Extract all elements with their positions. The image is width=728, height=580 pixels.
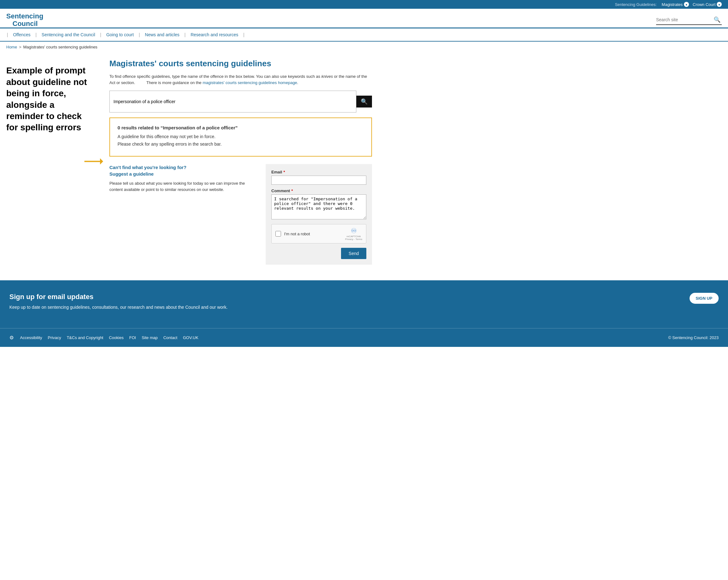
search-button[interactable]: 🔍 bbox=[712, 16, 722, 23]
nav-research[interactable]: Research and resources bbox=[186, 28, 243, 41]
captcha-checkbox[interactable] bbox=[276, 231, 281, 237]
magistrates-icon: ● bbox=[684, 2, 689, 7]
intro-italic: knives bbox=[321, 74, 333, 79]
main-nav: | Offences | Sentencing and the Council … bbox=[0, 28, 728, 42]
header-search[interactable]: 🔍 bbox=[656, 15, 722, 25]
intro-part3: There is more guidance on the bbox=[146, 80, 203, 85]
content-area: Magistrates' courts sentencing guideline… bbox=[100, 53, 381, 271]
site-logo[interactable]: Sentencing Council bbox=[6, 12, 44, 27]
footer-links: ⚙ Accessibility Privacy T&Cs and Copyrig… bbox=[0, 328, 728, 347]
offence-search-button[interactable]: 🔍 bbox=[356, 96, 372, 107]
top-bar: Sentencing Guidelines: Magistrates ● Cro… bbox=[0, 0, 728, 9]
cant-find-section: Can't find what you're looking for?Sugge… bbox=[109, 164, 372, 265]
footer-link-contact[interactable]: Contact bbox=[163, 335, 177, 340]
footer-copyright: © Sentencing Council: 2023 bbox=[668, 335, 719, 340]
captcha-label: I'm not a robot bbox=[284, 232, 342, 236]
annotation-arrow bbox=[84, 157, 103, 167]
footer-link-sitemap[interactable]: Site map bbox=[141, 335, 158, 340]
logo-line1: Sentencing bbox=[6, 12, 44, 20]
nav-news[interactable]: News and articles bbox=[141, 28, 184, 41]
captcha-row: I'm not a robot ♾ reCAPTCHA Privacy - Te… bbox=[271, 224, 366, 243]
nav-going-to-court[interactable]: Going to court bbox=[102, 28, 138, 41]
svg-marker-1 bbox=[100, 158, 103, 164]
breadcrumb: Home > Magistrates' courts sentencing gu… bbox=[0, 42, 728, 53]
nav-offences[interactable]: Offences bbox=[9, 28, 35, 41]
footer-newsletter: Sign up for email updates Keep up to dat… bbox=[0, 280, 728, 328]
signup-button[interactable]: SIGN UP bbox=[690, 293, 719, 304]
breadcrumb-home[interactable]: Home bbox=[6, 45, 17, 49]
results-msg2: Please check for any spelling errors in … bbox=[118, 141, 364, 147]
logo-line2: Council bbox=[6, 20, 44, 27]
magistrates-link[interactable]: Magistrates ● bbox=[662, 2, 689, 7]
left-annotation: Example of prompt about guideline not be… bbox=[0, 53, 100, 271]
newsletter-row: Sign up for email updates Keep up to dat… bbox=[9, 293, 719, 316]
cant-find-left: Can't find what you're looking for?Sugge… bbox=[109, 164, 256, 265]
crown-court-icon: ● bbox=[717, 2, 722, 7]
search-input[interactable] bbox=[656, 17, 712, 22]
main-wrapper: Example of prompt about guideline not be… bbox=[0, 53, 728, 271]
sentencing-guidelines-label: Sentencing Guidelines: bbox=[615, 2, 657, 7]
newsletter-desc: Keep up to date on sentencing guidelines… bbox=[9, 304, 683, 311]
results-msg1: A guideline for this offence may not yet… bbox=[118, 134, 364, 139]
comment-textarea[interactable]: I searched for "Impersonation of a polic… bbox=[271, 194, 366, 219]
offence-search-input[interactable] bbox=[109, 90, 356, 112]
newsletter-title: Sign up for email updates bbox=[9, 293, 683, 301]
email-input[interactable] bbox=[271, 176, 366, 185]
footer-link-tcs[interactable]: T&Cs and Copyright bbox=[67, 335, 103, 340]
feedback-form: Email * Comment * I searched for "Impers… bbox=[266, 164, 372, 265]
magistrates-courts-link[interactable]: magistrates' courts sentencing guideline… bbox=[203, 80, 297, 85]
recaptcha-logo: ♾ reCAPTCHA Privacy - Terms bbox=[345, 227, 362, 241]
footer-link-govuk[interactable]: GOV.UK bbox=[183, 335, 198, 340]
nav-sentencing-council[interactable]: Sentencing and the Council bbox=[37, 28, 99, 41]
gear-icon[interactable]: ⚙ bbox=[9, 335, 14, 341]
intro-text: To find offence specific guidelines, typ… bbox=[109, 74, 372, 86]
results-title: 0 results related to “Impersonation of a… bbox=[118, 125, 364, 130]
footer-link-accessibility[interactable]: Accessibility bbox=[20, 335, 42, 340]
breadcrumb-current: Magistrates' courts sentencing guideline… bbox=[23, 45, 97, 49]
email-label: Email * bbox=[271, 170, 366, 175]
crown-court-link[interactable]: Crown Court ● bbox=[693, 2, 722, 7]
results-box: 0 results related to “Impersonation of a… bbox=[109, 117, 372, 157]
site-header: Sentencing Council 🔍 bbox=[0, 9, 728, 28]
footer-link-cookies[interactable]: Cookies bbox=[109, 335, 124, 340]
cant-find-desc: Please tell us about what you were looki… bbox=[109, 180, 256, 192]
newsletter-text: Sign up for email updates Keep up to dat… bbox=[9, 293, 683, 316]
offence-search-row: 🔍 bbox=[109, 90, 372, 112]
annotation-text: Example of prompt about guideline not be… bbox=[6, 65, 90, 133]
page-title: Magistrates' courts sentencing guideline… bbox=[109, 59, 372, 69]
cant-find-title: Can't find what you're looking for?Sugge… bbox=[109, 164, 256, 177]
footer-link-privacy[interactable]: Privacy bbox=[48, 335, 61, 340]
comment-label: Comment * bbox=[271, 188, 366, 193]
footer-link-foi[interactable]: FOI bbox=[129, 335, 136, 340]
send-button[interactable]: Send bbox=[341, 248, 366, 259]
intro-part1: To find offence specific guidelines, typ… bbox=[109, 74, 321, 79]
